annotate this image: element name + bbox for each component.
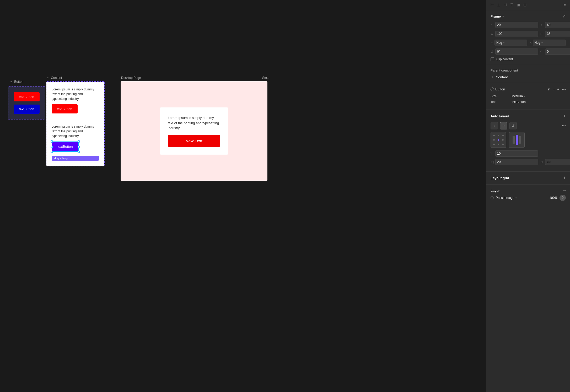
bar-3 — [519, 136, 521, 144]
layer-section: Layer ⇒ Pass through ▾ 100% ? — [486, 185, 570, 205]
distribute-icon[interactable]: ≡ — [563, 3, 566, 7]
clip-content-label: Clip content — [496, 57, 513, 61]
y-label: Y — [540, 23, 544, 26]
layer-opacity-value[interactable]: 100% — [549, 196, 557, 200]
al-dot-2 — [498, 135, 499, 136]
layout-grid-header: Layout grid + — [491, 175, 566, 181]
y-input[interactable] — [545, 22, 570, 28]
size-value[interactable]: Medium ▾ — [512, 94, 525, 98]
corner-field: ◜ ⤢ — [540, 48, 570, 55]
bars-visual — [509, 132, 525, 148]
parent-comp-icon: ✦ — [491, 75, 494, 79]
red-button[interactable]: textButton — [14, 92, 40, 101]
h-input[interactable] — [545, 31, 570, 37]
corner-input[interactable] — [545, 48, 570, 55]
clip-content-row: Clip content — [491, 57, 566, 61]
padding-row: |□| ⊟ ⤢ — [491, 159, 566, 165]
clip-content-checkbox[interactable] — [491, 57, 494, 61]
width-mode-select[interactable]: Hug ▾ — [494, 40, 527, 46]
al-dot-4 — [493, 139, 495, 141]
parent-component-section: Parent component ✦ Content — [486, 65, 570, 83]
wh-row: W H — [491, 31, 566, 37]
al-dot-3 — [502, 135, 504, 136]
layout-grid-add[interactable]: + — [563, 175, 566, 181]
resize-icon[interactable]: ⤢ — [562, 14, 566, 19]
align-center-h-icon[interactable]: ⊥ — [497, 3, 501, 7]
button-link-icon[interactable]: ⇒ — [551, 87, 555, 91]
padding-h-input[interactable] — [495, 159, 538, 165]
content-label: ✦ Content — [47, 76, 62, 80]
content-card-1: Lorem Ipsum is simply dummy text of the … — [46, 82, 104, 119]
al-dot-9 — [502, 144, 504, 145]
layer-mode-select[interactable]: Pass through ▾ — [496, 196, 547, 200]
content-card-1-btn[interactable]: textButton — [52, 104, 78, 113]
auto-layout-header: Auto layout + — [491, 113, 566, 119]
right-panel: ⊢ ⊥ ⊣ ⊤ ⊞ ⊟ ≡ Frame ▾ ⤢ X Y W — [486, 0, 570, 392]
flow-more-btn[interactable]: ••• — [562, 124, 566, 128]
auto-layout-title: Auto layout — [491, 114, 509, 118]
button-more-icon[interactable]: ••• — [562, 87, 566, 91]
padding-h-field: |□| — [491, 159, 538, 165]
align-top-icon[interactable]: ⊤ — [510, 3, 514, 7]
auto-layout-add[interactable]: + — [563, 113, 566, 119]
size-key: Size — [491, 94, 512, 98]
text-value[interactable]: textButton — [512, 100, 526, 104]
frame-chevron[interactable]: ▾ — [502, 15, 504, 18]
padding-h-icon: |□| — [491, 160, 494, 164]
text-key: Text — [491, 100, 512, 104]
padding-v-icon: ⊟ — [540, 160, 544, 164]
align-left-icon[interactable]: ⊢ — [491, 3, 494, 7]
width-chevron: ▾ — [503, 41, 504, 44]
content-widget: Lorem Ipsum is simply dummy text of the … — [46, 81, 105, 166]
layer-title: Layer — [491, 189, 500, 193]
height-mode-field: ✕ Hug ▾ — [529, 40, 566, 46]
parent-comp-name[interactable]: Content — [496, 75, 508, 79]
w-label: W — [491, 32, 494, 35]
flow-down-btn[interactable]: ↓ — [491, 122, 498, 129]
gap-field: ][ — [491, 150, 538, 157]
rotation-input[interactable] — [495, 48, 538, 55]
flow-wrap-btn[interactable]: ↺ — [509, 122, 517, 129]
layer-link-icon[interactable]: ⇒ — [563, 188, 566, 193]
button-swap-icon[interactable]: ✦ — [557, 87, 560, 91]
al-dot-1 — [493, 135, 495, 136]
parent-comp-title: Parent component — [491, 69, 566, 72]
auto-layout-section: Auto layout + ↓ → ↺ ••• — [486, 110, 570, 172]
layer-row: Pass through ▾ 100% ? — [491, 195, 566, 201]
sm-label: Sm... — [262, 76, 270, 80]
text-row: Text textButton — [491, 100, 566, 104]
content-card-1-text: Lorem Ipsum is simply dummy text of the … — [52, 87, 99, 101]
x-field: X — [491, 22, 538, 28]
hug-badge: Hug × Hug — [52, 156, 99, 161]
align-bottom-icon[interactable]: ⊟ — [523, 3, 527, 7]
corner-icon: ◜ — [540, 50, 544, 54]
layer-circle-icon — [491, 196, 494, 199]
align-center-v-icon[interactable]: ⊞ — [517, 3, 520, 7]
width-mode-icon: ↔ — [491, 41, 493, 44]
rotation-icon: ↺ — [491, 50, 494, 54]
w-input[interactable] — [495, 31, 538, 37]
al-dot-5 — [498, 139, 499, 141]
button-chevron[interactable]: ▾ — [548, 87, 550, 92]
layout-grid-section: Layout grid + — [486, 172, 570, 185]
new-text-button[interactable]: New Text — [168, 135, 220, 147]
gap-icon: ][ — [491, 152, 494, 155]
alignment-grid[interactable] — [491, 132, 506, 148]
height-mode-select[interactable]: Hug ▾ — [533, 40, 566, 46]
layout-grid-title: Layout grid — [491, 176, 509, 180]
align-right-icon[interactable]: ⊣ — [504, 3, 507, 7]
help-button[interactable]: ? — [560, 195, 566, 201]
gap-row: ][ — [491, 150, 566, 157]
content-card-2-text: Lorem Ipsum is simply dummy text of the … — [52, 124, 99, 138]
gap-input[interactable] — [495, 150, 538, 157]
al-grid-container — [491, 132, 566, 148]
al-dot-6 — [502, 139, 504, 141]
x-input[interactable] — [495, 22, 538, 28]
height-mode-icon: ✕ — [529, 41, 532, 45]
frame-section-title: Frame ▾ ⤢ — [491, 14, 566, 19]
blue-button[interactable]: textButton — [14, 105, 40, 114]
button-comp-name: Button — [495, 87, 546, 91]
content-card-2-btn[interactable]: textButton — [52, 141, 79, 152]
flow-right-btn[interactable]: → — [500, 122, 507, 129]
padding-v-input[interactable] — [545, 159, 570, 165]
